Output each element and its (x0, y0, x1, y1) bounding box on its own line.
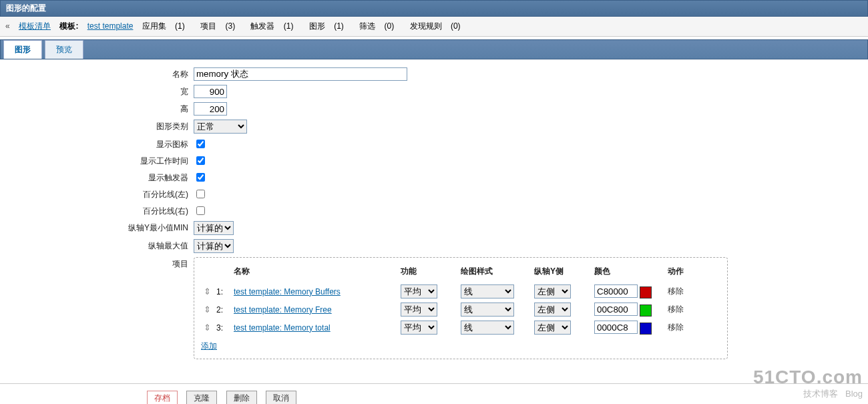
remove-link[interactable]: 移除 (668, 305, 684, 314)
color-swatch[interactable] (640, 286, 652, 298)
drag-handle-icon[interactable]: ⇕ (204, 323, 211, 333)
nav-discovery[interactable]: 发现规则 (0) (410, 21, 467, 31)
checkbox-show-work[interactable] (196, 156, 205, 165)
checkbox-percent-left[interactable] (196, 190, 205, 198)
breadcrumb-template-name[interactable]: test template (87, 21, 134, 31)
tab-row: 图形 预览 (0, 39, 868, 59)
label-name: 名称 (7, 67, 194, 80)
checkbox-percent-right[interactable] (196, 206, 205, 215)
select-draw[interactable]: 线 (461, 321, 514, 335)
drag-handle-icon[interactable]: ⇕ (204, 305, 211, 315)
drag-handle-icon[interactable]: ⇕ (204, 286, 211, 296)
select-func[interactable]: 平均 (401, 302, 437, 317)
nav-items[interactable]: 项目 (3) (200, 21, 242, 31)
items-table: 名称 功能 绘图样式 纵轴Y侧 颜色 动作 ⇕1:test template: … (201, 263, 720, 337)
save-button[interactable]: 存档 (147, 391, 178, 404)
select-draw[interactable]: 线 (461, 284, 514, 298)
input-color[interactable] (594, 302, 638, 316)
label-width: 宽 (7, 85, 194, 97)
col-func: 功能 (398, 263, 458, 282)
cancel-button[interactable]: 取消 (266, 391, 296, 404)
remove-link[interactable]: 移除 (668, 323, 684, 332)
label-percent-left: 百分比线(左) (7, 188, 194, 200)
col-color: 颜色 (592, 263, 665, 282)
delete-button[interactable]: 删除 (226, 391, 257, 404)
label-percent-right: 百分比线(右) (7, 204, 194, 217)
button-row: 存档 克隆 删除 取消 (0, 383, 868, 404)
checkbox-show-triggers[interactable] (196, 173, 205, 182)
input-name[interactable] (194, 67, 407, 81)
item-name-link[interactable]: test template: Memory Free (234, 305, 332, 315)
item-name-link[interactable]: test template: Memory Buffers (234, 287, 341, 296)
add-item-link[interactable]: 添加 (201, 341, 217, 351)
breadcrumb-template-label: 模板: (59, 21, 78, 31)
watermark-sub: 技术博客 (803, 389, 838, 399)
items-box: 名称 功能 绘图样式 纵轴Y侧 颜色 动作 ⇕1:test template: … (194, 257, 728, 359)
tab-preview[interactable]: 预览 (45, 40, 83, 59)
select-yaxis-max[interactable]: 计算的 (194, 239, 234, 253)
label-yaxis-max: 纵轴最大值 (7, 239, 194, 252)
breadcrumb-back-icon: « (5, 21, 10, 31)
form-area: 名称 宽 高 图形类别 正常 显示图标 显示工作时间 显示触发器 百分比线(左)… (0, 59, 868, 370)
page-header: 图形的配置 (0, 0, 868, 17)
row-index: 2: (214, 300, 231, 319)
remove-link[interactable]: 移除 (668, 286, 684, 296)
select-side[interactable]: 左侧 (534, 302, 571, 317)
watermark-tag: Blog (845, 389, 863, 399)
select-func[interactable]: 平均 (401, 284, 437, 298)
row-index: 3: (214, 319, 231, 337)
label-show-work: 显示工作时间 (7, 154, 194, 167)
label-items: 项目 (7, 257, 194, 270)
input-color[interactable] (594, 321, 638, 334)
table-row: ⇕2:test template: Memory Free平均线左侧 移除 (201, 300, 720, 319)
select-side[interactable]: 左侧 (534, 284, 571, 298)
color-swatch[interactable] (640, 323, 652, 335)
nav-screens[interactable]: 筛选 (0) (359, 21, 401, 31)
label-show-triggers: 显示触发器 (7, 171, 194, 184)
nav-applications[interactable]: 应用集 (1) (142, 21, 192, 31)
select-side[interactable]: 左侧 (534, 321, 571, 335)
select-func[interactable]: 平均 (401, 321, 437, 335)
col-side: 纵轴Y侧 (531, 263, 592, 282)
page-title: 图形的配置 (6, 3, 46, 13)
label-height: 高 (7, 102, 194, 115)
col-action: 动作 (665, 263, 720, 282)
row-index: 1: (214, 282, 231, 300)
nav-graphs[interactable]: 图形 (1) (309, 21, 351, 31)
col-draw: 绘图样式 (458, 263, 531, 282)
clone-button[interactable]: 克隆 (186, 391, 217, 404)
breadcrumb-templates-link[interactable]: 模板清单 (19, 21, 51, 31)
input-color[interactable] (594, 284, 638, 298)
checkbox-show-legend[interactable] (196, 140, 205, 148)
nav-triggers[interactable]: 触发器 (1) (250, 21, 300, 31)
label-graph-type: 图形类别 (7, 120, 194, 132)
select-draw[interactable]: 线 (461, 302, 514, 317)
watermark-domain: 51CTO.com (753, 367, 863, 388)
label-show-legend: 显示图标 (7, 138, 194, 150)
label-yaxis-min: 纵轴Y最小值MIN (7, 221, 194, 234)
input-width[interactable] (194, 85, 227, 98)
table-row: ⇕1:test template: Memory Buffers平均线左侧 移除 (201, 282, 720, 300)
tab-graph[interactable]: 图形 (3, 40, 42, 59)
color-swatch[interactable] (640, 305, 652, 317)
breadcrumb: « 模板清单 模板: test template 应用集 (1) 项目 (3) … (0, 17, 868, 37)
input-height[interactable] (194, 102, 227, 116)
col-name: 名称 (231, 263, 398, 282)
item-name-link[interactable]: test template: Memory total (234, 323, 331, 333)
select-yaxis-min[interactable]: 计算的 (194, 221, 234, 235)
select-graph-type[interactable]: 正常 (194, 120, 247, 134)
table-row: ⇕3:test template: Memory total平均线左侧 移除 (201, 319, 720, 337)
watermark: 51CTO.com 技术博客 Blog (753, 367, 863, 400)
